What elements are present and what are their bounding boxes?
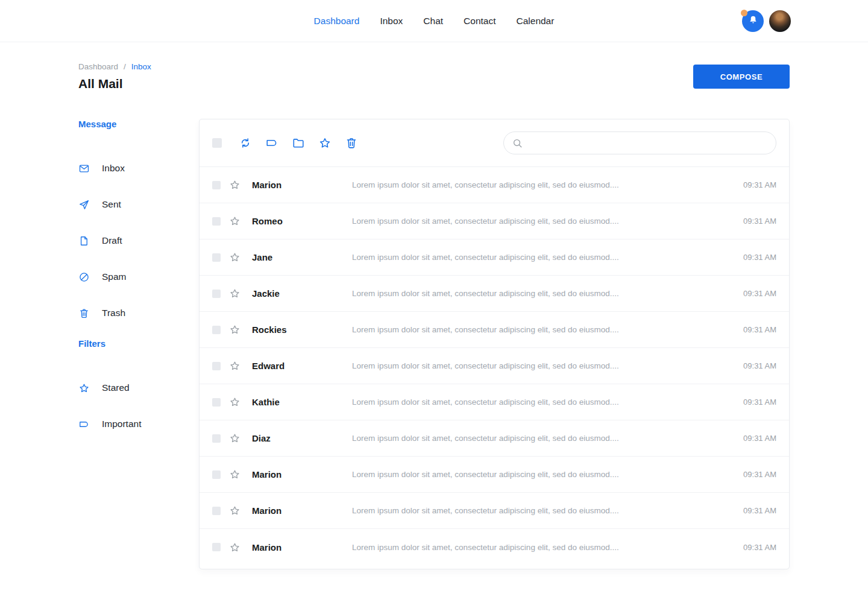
message-preview: Lorem ipsum dolor sit amet, consectetur …	[352, 470, 734, 479]
row-checkbox[interactable]	[212, 217, 221, 226]
sidebar-item-inbox[interactable]: Inbox	[78, 150, 199, 186]
sidebar-item-label: Inbox	[102, 163, 125, 174]
message-preview: Lorem ipsum dolor sit amet, consectetur …	[352, 434, 734, 443]
breadcrumb-inbox[interactable]: Inbox	[131, 62, 151, 71]
message-time: 09:31 AM	[743, 397, 776, 407]
message-time: 09:31 AM	[743, 325, 776, 334]
notification-badge-dot	[741, 10, 747, 16]
mail-row[interactable]: Marion Lorem ipsum dolor sit amet, conse…	[200, 167, 789, 203]
sidebar-item-important[interactable]: Important	[78, 406, 199, 442]
bell-icon	[747, 14, 759, 28]
row-checkbox[interactable]	[212, 507, 221, 515]
sidebar-item-draft[interactable]: Draft	[78, 223, 199, 259]
star-icon[interactable]	[229, 288, 241, 299]
search-box[interactable]	[503, 131, 776, 154]
row-checkbox[interactable]	[212, 326, 221, 334]
star-icon[interactable]	[229, 396, 241, 408]
sender-name: Marion	[252, 505, 352, 516]
page: DashboardInboxChatContactCalendar Dashbo…	[0, 0, 868, 608]
tag-icon	[265, 136, 278, 150]
toolbar-folder-button[interactable]	[292, 136, 305, 150]
sidebar-item-sent[interactable]: Sent	[78, 186, 199, 223]
message-time: 09:31 AM	[743, 543, 776, 552]
toolbar-trash-button[interactable]	[345, 136, 358, 150]
sidebar-item-trash[interactable]: Trash	[78, 295, 199, 331]
toolbar-star-button[interactable]	[318, 136, 332, 150]
toolbar-tag-button[interactable]	[265, 136, 278, 150]
sender-name: Jackie	[252, 288, 352, 299]
row-checkbox[interactable]	[212, 253, 221, 262]
sidebar-item-spam[interactable]: Spam	[78, 259, 199, 295]
message-preview: Lorem ipsum dolor sit amet, consectetur …	[352, 180, 734, 189]
mail-row[interactable]: Rockies Lorem ipsum dolor sit amet, cons…	[200, 312, 789, 348]
sidebar-item-stared[interactable]: Stared	[78, 370, 199, 406]
sender-name: Edward	[252, 361, 352, 371]
nav-item-contact[interactable]: Contact	[464, 16, 495, 27]
star-icon[interactable]	[229, 505, 241, 516]
star-icon[interactable]	[229, 179, 241, 191]
message-preview: Lorem ipsum dolor sit amet, consectetur …	[352, 217, 734, 226]
sender-name: Rockies	[252, 325, 352, 335]
row-checkbox[interactable]	[212, 362, 221, 370]
mail-row[interactable]: Marion Lorem ipsum dolor sit amet, conse…	[200, 493, 789, 529]
sidebar-section: Message Inbox Sent Draft Spam Trash	[78, 119, 199, 331]
sidebar-item-label: Trash	[102, 308, 125, 318]
sidebar-item-label: Stared	[102, 382, 130, 393]
notifications-button[interactable]	[742, 10, 764, 32]
star-icon	[78, 382, 90, 394]
star-icon	[318, 136, 332, 150]
row-checkbox[interactable]	[212, 398, 221, 407]
select-all-checkbox[interactable]	[212, 138, 222, 148]
message-preview: Lorem ipsum dolor sit amet, consectetur …	[352, 289, 734, 298]
star-icon[interactable]	[229, 324, 241, 335]
row-checkbox[interactable]	[212, 181, 221, 189]
sidebar-section-title: Message	[78, 119, 199, 131]
mail-panel: Marion Lorem ipsum dolor sit amet, conse…	[199, 119, 790, 569]
search-input[interactable]	[529, 138, 768, 148]
mail-row[interactable]: Romeo Lorem ipsum dolor sit amet, consec…	[200, 203, 789, 239]
message-preview: Lorem ipsum dolor sit amet, consectetur …	[352, 361, 734, 370]
message-preview: Lorem ipsum dolor sit amet, consectetur …	[352, 506, 734, 515]
star-icon[interactable]	[229, 252, 241, 263]
mail-list: Marion Lorem ipsum dolor sit amet, conse…	[200, 167, 789, 569]
page-head: Dashboard / Inbox All Mail COMPOSE	[0, 42, 868, 91]
top-header: DashboardInboxChatContactCalendar	[0, 0, 868, 42]
breadcrumb-separator: /	[124, 62, 126, 71]
header-actions	[742, 10, 791, 32]
mail-row[interactable]: Jackie Lorem ipsum dolor sit amet, conse…	[200, 276, 789, 312]
mail-row[interactable]: Marion Lorem ipsum dolor sit amet, conse…	[200, 529, 789, 565]
star-icon[interactable]	[229, 469, 241, 480]
mail-row[interactable]: Diaz Lorem ipsum dolor sit amet, consect…	[200, 420, 789, 457]
message-preview: Lorem ipsum dolor sit amet, consectetur …	[352, 543, 734, 552]
nav-item-inbox[interactable]: Inbox	[380, 16, 403, 27]
mail-row[interactable]: Edward Lorem ipsum dolor sit amet, conse…	[200, 348, 789, 384]
message-preview: Lorem ipsum dolor sit amet, consectetur …	[352, 397, 734, 407]
row-checkbox[interactable]	[212, 434, 221, 443]
breadcrumb-dashboard[interactable]: Dashboard	[78, 62, 118, 71]
mail-row[interactable]: Jane Lorem ipsum dolor sit amet, consect…	[200, 239, 789, 276]
mail-row[interactable]: Kathie Lorem ipsum dolor sit amet, conse…	[200, 384, 789, 420]
message-time: 09:31 AM	[743, 253, 776, 262]
row-checkbox[interactable]	[212, 543, 221, 551]
mail-row[interactable]: Marion Lorem ipsum dolor sit amet, conse…	[200, 457, 789, 493]
content: Message Inbox Sent Draft Spam Trash Filt…	[0, 119, 868, 569]
nav-item-calendar[interactable]: Calendar	[517, 16, 555, 27]
toolbar-icons	[239, 136, 358, 150]
toolbar-refresh-button[interactable]	[239, 136, 252, 150]
star-icon[interactable]	[229, 360, 241, 372]
sender-name: Kathie	[252, 397, 352, 407]
star-icon[interactable]	[229, 215, 241, 227]
nav-item-dashboard[interactable]: Dashboard	[314, 16, 360, 27]
trash-icon	[78, 308, 90, 319]
breadcrumb: Dashboard / Inbox	[78, 62, 151, 71]
star-icon[interactable]	[229, 432, 241, 444]
nav-item-chat[interactable]: Chat	[423, 16, 443, 27]
avatar[interactable]	[769, 10, 791, 32]
star-icon[interactable]	[229, 542, 241, 553]
search-icon	[512, 138, 523, 149]
row-checkbox[interactable]	[212, 290, 221, 298]
row-checkbox[interactable]	[212, 470, 221, 479]
sidebar-item-label: Important	[102, 419, 141, 429]
message-preview: Lorem ipsum dolor sit amet, consectetur …	[352, 253, 734, 262]
compose-button[interactable]: COMPOSE	[693, 65, 790, 89]
